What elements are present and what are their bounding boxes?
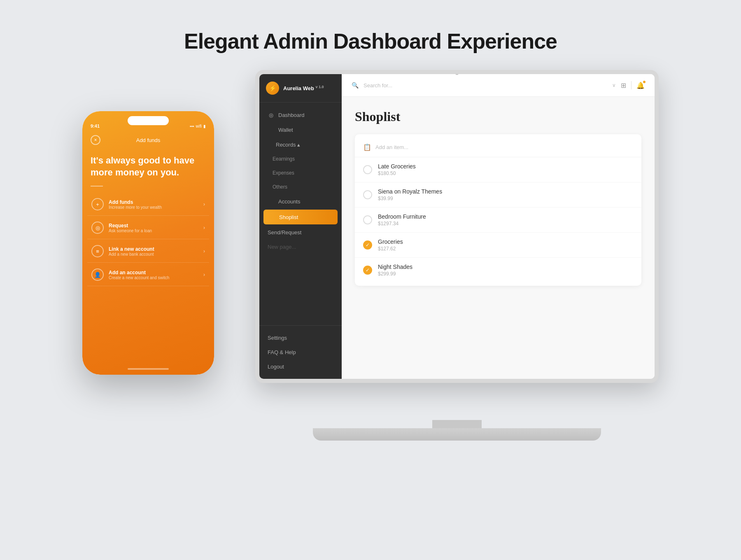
link-account-arrow: › <box>203 248 205 254</box>
window-icon[interactable]: ⊞ <box>621 82 626 89</box>
link-account-icon: ≡ <box>91 245 104 257</box>
showcase-area: ⚡ Aurelia Web v 1.0 ◎ Dashboard <box>82 70 659 474</box>
sidebar-logo: ⚡ Aurelia Web v 1.0 <box>259 74 342 103</box>
phone-actions-list: + Add funds Increase more to your wealth… <box>82 193 214 365</box>
shoplist-item-4: ✓ Night Shades $299.99 <box>355 258 641 282</box>
nav-earnings[interactable]: Eearnings <box>259 152 342 166</box>
nav-others[interactable]: Others <box>259 180 342 194</box>
camera-dot <box>455 72 459 75</box>
item-details-1: Siena on Royalz Themes $39.99 <box>378 188 633 201</box>
item-details-3: Groceries $127.62 <box>378 238 633 252</box>
add-funds-text: Add funds Increase more to your wealth <box>109 199 198 210</box>
shoplist-heading: Shoplist <box>355 109 641 124</box>
laptop-base <box>313 428 601 441</box>
shoplist-container: 📋 Add an item... Late Groceries $180.50 <box>355 134 641 286</box>
item-details-4: Night Shades $299.99 <box>378 264 633 277</box>
phone-main-text: It's always good to have more money on y… <box>82 148 214 182</box>
logo-text: Aurelia Web v 1.0 <box>283 85 324 92</box>
notification-badge <box>643 81 645 83</box>
nav-settings[interactable]: Settings <box>259 331 342 345</box>
add-account-icon: 👤 <box>91 268 104 281</box>
add-funds-icon: + <box>91 198 104 210</box>
page-title: Elegant Admin Dashboard Experience <box>184 29 557 54</box>
item-details-0: Late Groceries $180.50 <box>378 163 633 176</box>
topbar-divider <box>631 81 631 89</box>
nav-records[interactable]: Records ▴ <box>259 137 342 152</box>
item-checkbox-1[interactable] <box>363 190 372 199</box>
notification-icon[interactable]: 🔔 <box>636 82 645 89</box>
phone-notch <box>128 116 169 125</box>
phone-mockup: 9:41 ▪▪▪ wifi ▮ × Add funds It's always … <box>82 111 214 375</box>
phone-header: × Add funds <box>82 132 214 148</box>
laptop-stand <box>432 420 482 428</box>
item-checkbox-4[interactable]: ✓ <box>363 266 372 275</box>
nav-new-page: New page... <box>259 240 342 254</box>
topbar-actions: ⊞ 🔔 <box>621 81 645 89</box>
sidebar-nav: ◎ Dashboard Wallet Records ▴ Eearnin <box>259 103 342 325</box>
records-icon <box>268 141 274 148</box>
phone-time: 9:41 <box>91 124 100 128</box>
laptop-mockup: ⚡ Aurelia Web v 1.0 ◎ Dashboard <box>255 70 659 441</box>
main-content: 🔍 Search for... ∨ ⊞ 🔔 <box>342 74 655 379</box>
item-checkbox-2[interactable] <box>363 215 372 224</box>
laptop-screen: ⚡ Aurelia Web v 1.0 ◎ Dashboard <box>255 70 659 383</box>
add-funds-arrow: › <box>203 201 205 207</box>
phone-close-button[interactable]: × <box>91 135 100 145</box>
content-body: Shoplist 📋 Add an item... <box>342 97 655 379</box>
nav-expenses[interactable]: Expenses <box>259 166 342 180</box>
nav-send-request[interactable]: Send/Request <box>259 225 342 240</box>
phone-text-divider <box>91 186 103 187</box>
add-account-text: Add an account Create a new account and … <box>109 270 198 280</box>
item-checkbox-0[interactable] <box>363 165 372 174</box>
phone-screen: 9:41 ▪▪▪ wifi ▮ × Add funds It's always … <box>82 111 214 375</box>
sidebar: ⚡ Aurelia Web v 1.0 ◎ Dashboard <box>259 74 342 379</box>
phone-outer: 9:41 ▪▪▪ wifi ▮ × Add funds It's always … <box>82 111 214 375</box>
wallet-icon <box>268 126 274 133</box>
shoplist-item-1: Siena on Royalz Themes $39.99 <box>355 182 641 208</box>
shoplist-item-0: Late Groceries $180.50 <box>355 157 641 182</box>
add-item-icon: 📋 <box>363 143 371 151</box>
signal-icon: ▪▪▪ <box>190 124 194 128</box>
search-dropdown-icon[interactable]: ∨ <box>612 82 616 88</box>
search-icon: 🔍 <box>352 82 359 89</box>
link-account-text: Link a new account Add a new bank accoun… <box>109 246 198 257</box>
sidebar-bottom-nav: Settings FAQ & Help Logout <box>259 325 342 379</box>
topbar: 🔍 Search for... ∨ ⊞ 🔔 <box>342 74 655 97</box>
add-item-row[interactable]: 📋 Add an item... <box>355 138 641 157</box>
nav-accounts[interactable]: Accounts <box>259 194 342 209</box>
phone-action-add-funds[interactable]: + Add funds Increase more to your wealth… <box>87 193 209 216</box>
phone-status-icons: ▪▪▪ wifi ▮ <box>190 124 206 128</box>
item-checkbox-3[interactable]: ✓ <box>363 240 372 250</box>
phone-action-add-account[interactable]: 👤 Add an account Create a new account an… <box>87 264 209 286</box>
nav-dashboard[interactable]: ◎ Dashboard <box>259 107 342 122</box>
logo-icon: ⚡ <box>266 82 279 95</box>
phone-action-request[interactable]: ◎ Request Ask someone for a loan › <box>87 217 209 239</box>
add-item-placeholder: Add an item... <box>375 144 408 150</box>
item-details-2: Bedroom Furniture $1297.34 <box>378 213 633 226</box>
battery-icon: ▮ <box>203 124 206 128</box>
nav-wallet[interactable]: Wallet <box>259 122 342 137</box>
shoplist-item-3: ✓ Groceries $127.62 <box>355 233 641 258</box>
nav-shoplist[interactable]: Shoplist <box>263 210 338 224</box>
phone-action-link-account[interactable]: ≡ Link a new account Add a new bank acco… <box>87 240 209 263</box>
add-account-arrow: › <box>203 272 205 278</box>
nav-logout[interactable]: Logout <box>259 359 342 374</box>
dashboard-icon: ◎ <box>268 112 274 118</box>
request-text: Request Ask someone for a loan <box>109 223 198 233</box>
nav-faq-help[interactable]: FAQ & Help <box>259 345 342 359</box>
shoplist-item-2: Bedroom Furniture $1297.34 <box>355 208 641 233</box>
search-input[interactable]: Search for... <box>364 82 607 89</box>
phone-home-indicator <box>128 368 169 370</box>
request-icon: ◎ <box>91 222 104 234</box>
shoplist-icon <box>268 214 275 220</box>
dashboard-ui: ⚡ Aurelia Web v 1.0 ◎ Dashboard <box>259 74 655 379</box>
accounts-icon <box>268 198 274 205</box>
wifi-icon: wifi <box>196 124 202 128</box>
phone-header-title: Add funds <box>136 137 161 143</box>
request-arrow: › <box>203 225 205 231</box>
